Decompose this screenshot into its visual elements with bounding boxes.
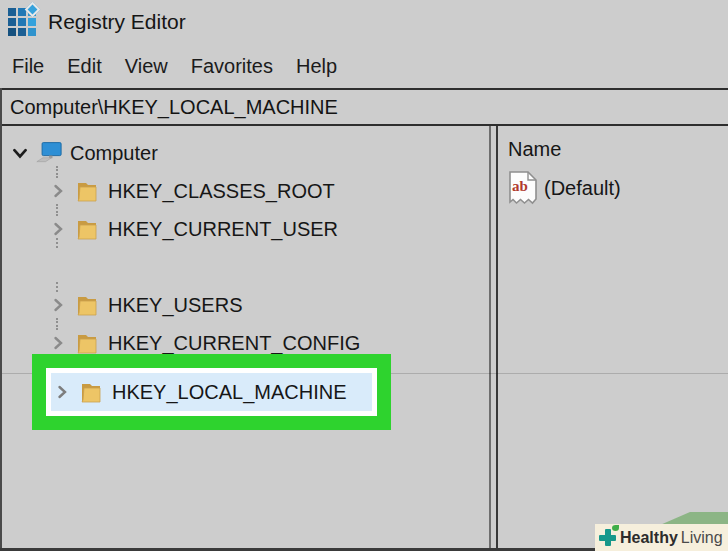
folder-icon — [74, 217, 100, 241]
registry-editor-window: Registry Editor File Edit View Favorites… — [0, 0, 728, 551]
tree-label-selected: HKEY_LOCAL_MACHINE — [112, 381, 347, 404]
folder-icon — [78, 380, 104, 404]
tree-row-hkey-current-user[interactable]: HKEY_CURRENT_USER — [0, 210, 489, 248]
registry-tree: Computer HKEY_CLASSES_ROOT — [0, 126, 489, 362]
tree-row-computer[interactable]: Computer — [0, 134, 489, 172]
tree-row-hkey-users[interactable]: HKEY_USERS — [0, 286, 489, 324]
tree-label: HKEY_CURRENT_CONFIG — [108, 332, 360, 355]
chevron-right-icon[interactable] — [48, 182, 68, 200]
pane-container: Computer HKEY_CLASSES_ROOT — [0, 126, 728, 551]
folder-icon — [74, 331, 100, 355]
address-path: Computer\HKEY_LOCAL_MACHINE — [10, 96, 338, 119]
string-ab-icon: ab — [508, 170, 540, 206]
watermark-bar: Healthy Living — [595, 524, 728, 551]
menu-favorites[interactable]: Favorites — [191, 55, 273, 78]
selection-outline: HKEY_LOCAL_MACHINE — [46, 368, 377, 416]
value-name: (Default) — [544, 177, 621, 200]
svg-text:ab: ab — [512, 178, 528, 194]
window-left-border — [0, 88, 2, 551]
menu-bar: File Edit View Favorites Help — [0, 44, 728, 88]
chevron-down-icon[interactable] — [10, 144, 30, 162]
tree-guide-dots — [56, 282, 58, 292]
tree-row-hkey-local-machine[interactable]: HKEY_LOCAL_MACHINE — [51, 373, 372, 411]
title-bar: Registry Editor — [0, 0, 728, 44]
watermark-brand-regular: Living — [681, 529, 723, 547]
chevron-right-icon[interactable] — [48, 220, 68, 238]
tree-label: HKEY_CLASSES_ROOT — [108, 180, 335, 203]
green-highlight-box: HKEY_LOCAL_MACHINE — [32, 354, 391, 430]
values-pane: Name ab (Default) — [498, 126, 728, 551]
tree-row-hkey-local-machine-slot — [0, 248, 489, 286]
tree-guide-dots — [56, 318, 58, 330]
menu-edit[interactable]: Edit — [67, 55, 101, 78]
tree-guide-dots — [56, 166, 58, 178]
column-header-name[interactable]: Name — [508, 134, 728, 164]
chevron-right-icon[interactable] — [48, 334, 68, 352]
watermark-brand-bold: Healthy — [620, 529, 678, 547]
tree-guide-dots — [56, 204, 58, 216]
tree-label: Computer — [70, 142, 158, 165]
pane-splitter[interactable] — [489, 126, 498, 551]
tree-guide-dots — [56, 238, 58, 248]
tree-label: HKEY_USERS — [108, 294, 243, 317]
chevron-right-icon[interactable] — [52, 383, 72, 401]
tree-row-hkey-classes-root[interactable]: HKEY_CLASSES_ROOT — [0, 172, 489, 210]
tree-label: HKEY_CURRENT_USER — [108, 218, 338, 241]
chevron-right-icon[interactable] — [48, 296, 68, 314]
folder-icon — [74, 179, 100, 203]
computer-icon — [36, 140, 62, 166]
window-title: Registry Editor — [48, 10, 186, 34]
registry-tree-pane: Computer HKEY_CLASSES_ROOT — [0, 126, 489, 551]
value-row-default[interactable]: ab (Default) — [508, 170, 728, 206]
healthy-living-watermark: Healthy Living — [595, 524, 728, 551]
folder-icon — [74, 293, 100, 317]
address-bar[interactable]: Computer\HKEY_LOCAL_MACHINE — [0, 88, 728, 126]
menu-file[interactable]: File — [12, 55, 44, 78]
plus-leaf-icon — [598, 528, 618, 548]
regedit-app-icon — [8, 8, 36, 36]
menu-help[interactable]: Help — [296, 55, 337, 78]
menu-view[interactable]: View — [125, 55, 168, 78]
